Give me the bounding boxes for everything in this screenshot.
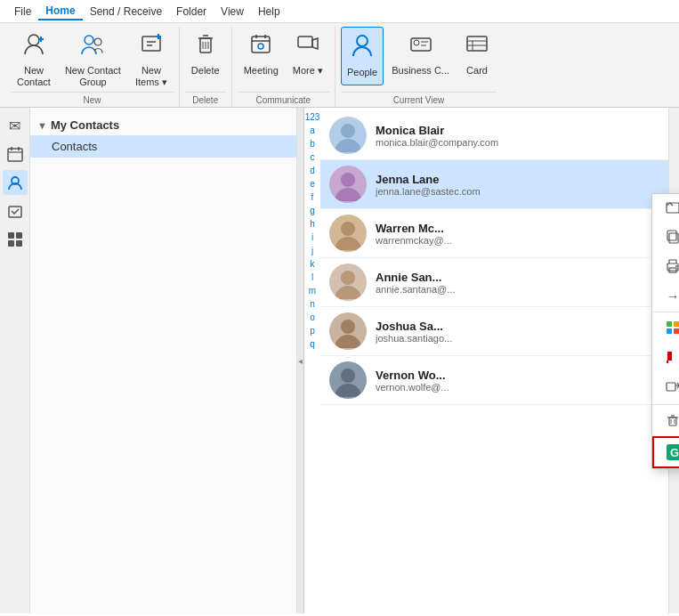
alpha-q[interactable]: q xyxy=(310,338,315,351)
svg-point-4 xyxy=(94,38,101,45)
contact-email: monica.blair@company.com xyxy=(376,137,659,148)
nav-calendar[interactable] xyxy=(3,142,28,166)
contact-avatar xyxy=(329,215,367,252)
ribbon-group-current-view-label: Current View xyxy=(341,92,497,107)
contact-info: Warren Mc... warrenmckay@... xyxy=(376,222,659,246)
more-icon xyxy=(295,31,320,62)
contact-item[interactable]: Warren Mc... warrenmckay@... xyxy=(320,209,668,258)
new-contact-group-icon xyxy=(80,31,105,62)
ctx-quick-print[interactable]: Quick Print xyxy=(652,253,679,282)
alpha-123[interactable]: 123 xyxy=(305,111,320,124)
card-view-button[interactable]: Card xyxy=(457,27,497,85)
ribbon-group-communicate: Meeting More ▾ Communicate xyxy=(232,27,335,107)
ctx-move[interactable]: Move › xyxy=(652,373,679,402)
menu-view[interactable]: View xyxy=(214,4,251,20)
alpha-e[interactable]: e xyxy=(310,178,315,190)
alpha-k[interactable]: k xyxy=(311,258,315,271)
ctx-delete-icon xyxy=(665,413,679,430)
alpha-b[interactable]: b xyxy=(310,138,315,150)
contact-name: Warren Mc... xyxy=(376,222,659,235)
contact-email: vernon.wolfe@... xyxy=(376,382,659,393)
alpha-l[interactable]: l xyxy=(311,272,313,284)
business-card-button[interactable]: Business C... xyxy=(385,27,456,85)
alpha-f[interactable]: f xyxy=(311,191,314,204)
people-view-button[interactable]: People xyxy=(341,27,384,85)
nav-tasks[interactable] xyxy=(3,199,28,223)
more-label: More ▾ xyxy=(293,65,323,77)
svg-rect-61 xyxy=(669,417,676,426)
alpha-d[interactable]: d xyxy=(310,165,315,177)
nav-people[interactable] xyxy=(3,170,28,195)
contact-info: Vernon Wo... vernon.wolfe@... xyxy=(376,369,659,393)
new-contact-label: NewContact xyxy=(17,65,51,88)
new-contact-icon xyxy=(21,31,46,62)
contact-item[interactable]: Jenna Lane jenna.lane@sastec.com xyxy=(320,160,668,209)
follow-up-icon xyxy=(665,350,679,367)
alpha-g[interactable]: g xyxy=(310,205,315,217)
contact-info: Joshua Sa... joshua.santiago... xyxy=(376,320,659,344)
contact-email: joshua.santiago... xyxy=(376,333,659,344)
new-contact-group-button[interactable]: New ContactGroup xyxy=(59,27,127,85)
contact-item[interactable]: Joshua Sa... joshua.santiago... xyxy=(320,307,668,356)
menu-send-receive[interactable]: Send / Receive xyxy=(83,4,169,20)
alpha-i[interactable]: i xyxy=(311,231,313,244)
meeting-button[interactable]: Meeting xyxy=(238,27,285,85)
ribbon: NewContact New ContactGroup NewItems ▾ N… xyxy=(0,23,679,108)
ribbon-group-delete: Delete Delete xyxy=(180,27,232,107)
ctx-forward[interactable]: → Forward xyxy=(652,282,679,310)
my-contacts-label: My Contacts xyxy=(51,118,119,132)
people-view-label: People xyxy=(347,67,377,78)
svg-rect-31 xyxy=(8,149,22,161)
ctx-copy[interactable]: Copy xyxy=(652,223,679,253)
more-button[interactable]: More ▾ xyxy=(287,27,329,85)
menu-home[interactable]: Home xyxy=(38,3,82,20)
contact-email: annie.santana@... xyxy=(376,284,659,295)
contact-name: Vernon Wo... xyxy=(376,369,659,382)
business-card-label: Business C... xyxy=(392,65,449,77)
svg-rect-37 xyxy=(8,232,14,239)
svg-point-46 xyxy=(341,369,355,383)
contact-item[interactable]: Monica Blair monica.blair@company.com xyxy=(320,111,668,160)
menu-folder[interactable]: Folder xyxy=(169,4,214,20)
panel-collapse-handle[interactable]: ◂ xyxy=(297,108,304,613)
ctx-delete[interactable]: Delete xyxy=(652,407,679,436)
alpha-m[interactable]: m xyxy=(309,285,316,297)
svg-point-44 xyxy=(341,271,355,285)
alpha-j[interactable]: j xyxy=(311,245,313,257)
menu-help[interactable]: Help xyxy=(251,4,287,20)
contact-email: jenna.lane@sastec.com xyxy=(376,186,659,197)
new-items-label: NewItems ▾ xyxy=(135,65,167,88)
contact-item[interactable]: Annie San... annie.santana@... xyxy=(320,258,668,307)
alpha-bar[interactable]: 123 a b c d e f g h i j k l m n o p q xyxy=(304,108,320,613)
nav-apps[interactable] xyxy=(3,227,28,252)
delete-icon xyxy=(193,31,218,62)
ctx-categorize[interactable]: Categorize › xyxy=(652,314,679,344)
nav-icons: ✉ xyxy=(0,108,30,613)
svg-point-22 xyxy=(357,36,368,46)
alpha-h[interactable]: h xyxy=(310,218,315,231)
alpha-o[interactable]: o xyxy=(310,312,315,324)
alpha-p[interactable]: p xyxy=(310,325,315,337)
svg-point-43 xyxy=(341,222,355,236)
context-menu: Open Copy Quick Print → Forward xyxy=(651,193,679,469)
nav-mail[interactable]: ✉ xyxy=(3,113,28,138)
alpha-a[interactable]: a xyxy=(310,125,315,137)
contact-avatar xyxy=(329,312,367,350)
new-contact-button[interactable]: NewContact xyxy=(11,27,57,85)
delete-button[interactable]: Delete xyxy=(185,27,226,85)
svg-rect-53 xyxy=(667,321,672,327)
contact-item[interactable]: Vernon Wo... vernon.wolfe@... xyxy=(320,356,668,405)
alpha-n[interactable]: n xyxy=(310,298,315,311)
ctx-start-instant-meeting[interactable]: G Start Instant Meeting xyxy=(652,436,679,468)
menu-file[interactable]: File xyxy=(7,4,38,20)
people-view-icon xyxy=(349,31,376,64)
my-contacts-header[interactable]: ▼ My Contacts xyxy=(30,115,296,135)
alpha-c[interactable]: c xyxy=(311,151,315,164)
svg-point-41 xyxy=(341,124,355,138)
contact-name: Monica Blair xyxy=(376,124,659,137)
contact-avatar xyxy=(329,117,367,154)
ctx-follow-up[interactable]: Follow Up › xyxy=(652,344,679,373)
ctx-open[interactable]: Open xyxy=(652,194,679,223)
new-items-button[interactable]: NewItems ▾ xyxy=(129,27,174,85)
contacts-folder-item[interactable]: Contacts xyxy=(30,135,296,158)
